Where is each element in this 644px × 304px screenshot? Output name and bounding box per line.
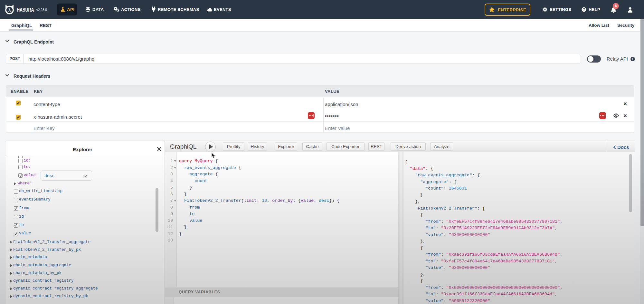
svg-text:λ: λ: [8, 8, 11, 13]
svg-text:?: ?: [583, 7, 585, 11]
